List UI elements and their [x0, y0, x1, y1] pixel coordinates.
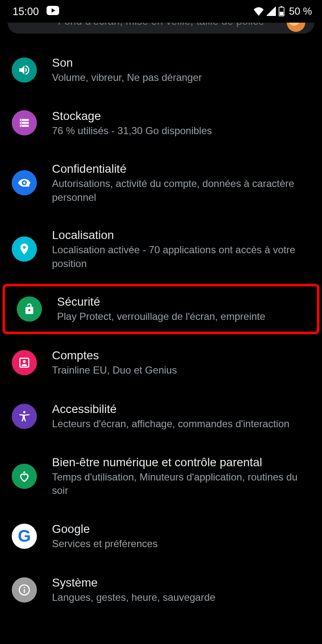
profile-avatar[interactable]	[287, 23, 305, 32]
settings-item-digital-wellbeing[interactable]: Bien-être numérique et contrôle parental…	[0, 443, 322, 509]
settings-item-subtitle: Langues, gestes, heure, sauvegarde	[52, 591, 313, 604]
wellbeing-heart-icon	[12, 464, 37, 489]
settings-item-subtitle: Lecteurs d'écran, affichage, commandes d…	[52, 417, 313, 431]
settings-item-texts: Accessibilité Lecteurs d'écran, affichag…	[52, 402, 313, 431]
settings-item-title: Bien-être numérique et contrôle parental	[52, 455, 313, 470]
settings-item-system[interactable]: Système Langues, gestes, heure, sauvegar…	[0, 563, 322, 617]
settings-item-storage[interactable]: Stockage 76 % utilisés - 31,30 Go dispon…	[0, 96, 322, 150]
svg-rect-23	[24, 589, 25, 593]
svg-point-20	[23, 411, 25, 413]
battery-percentage: 50 %	[289, 5, 312, 17]
svg-point-24	[23, 587, 25, 588]
cell-signal-icon	[267, 7, 276, 16]
settings-item-title: Google	[52, 522, 313, 536]
settings-item-title: Localisation	[52, 228, 313, 242]
highlight-security: Sécurité Play Protect, verrouillage de l…	[3, 284, 319, 334]
settings-item-subtitle: Volume, vibreur, Ne pas déranger	[52, 71, 313, 84]
settings-item-texts: Confidentialité Autorisations, activité …	[52, 161, 313, 204]
settings-item-sound[interactable]: Son Volume, vibreur, Ne pas déranger	[0, 35, 322, 96]
settings-item-texts: Localisation Localisation activée - 70 a…	[52, 228, 313, 270]
account-box-icon	[12, 350, 37, 375]
settings-item-texts: Bien-être numérique et contrôle parental…	[52, 455, 313, 498]
settings-item-texts: Comptes Trainline EU, Duo et Genius	[52, 348, 313, 377]
settings-item-texts: Google Services et préférences	[52, 522, 313, 551]
svg-point-21	[23, 471, 26, 473]
settings-item-subtitle: Temps d'utilisation, Minuteurs d'applica…	[52, 470, 313, 498]
status-time: 15:00	[13, 5, 39, 18]
settings-item-security[interactable]: Sécurité Play Protect, verrouillage de l…	[5, 286, 317, 332]
svg-point-15	[23, 182, 25, 184]
info-icon	[12, 577, 37, 602]
svg-point-19	[23, 360, 26, 363]
battery-icon	[278, 6, 285, 16]
settings-item-subtitle: Trainline EU, Duo et Genius	[52, 364, 313, 377]
privacy-eye-icon	[12, 170, 37, 195]
accessibility-icon	[12, 404, 37, 429]
svg-rect-8	[280, 12, 283, 16]
storage-icon	[12, 110, 37, 135]
settings-item-location[interactable]: Localisation Localisation activée - 70 a…	[0, 216, 322, 282]
settings-item-title: Comptes	[52, 348, 313, 363]
settings-item-title: Système	[52, 575, 313, 590]
search-placeholder-remnant: Fond d'écran, mise en veille, taille de …	[58, 23, 264, 27]
settings-item-accessibility[interactable]: Accessibilité Lecteurs d'écran, affichag…	[0, 390, 322, 443]
wifi-icon	[253, 7, 264, 16]
settings-item-title: Stockage	[52, 109, 313, 123]
google-g-icon: G	[12, 524, 37, 549]
settings-list: Son Volume, vibreur, Ne pas déranger Sto…	[0, 35, 322, 617]
settings-item-privacy[interactable]: Confidentialité Autorisations, activité …	[0, 150, 322, 216]
settings-item-title: Accessibilité	[52, 402, 313, 416]
settings-item-subtitle: 76 % utilisés - 31,30 Go disponibles	[52, 124, 313, 138]
status-left: 15:00	[13, 5, 59, 18]
settings-item-subtitle: Autorisations, activité du compte, donné…	[52, 177, 313, 204]
settings-item-title: Sécurité	[57, 294, 308, 309]
settings-item-texts: Stockage 76 % utilisés - 31,30 Go dispon…	[52, 109, 313, 138]
svg-point-14	[21, 125, 22, 127]
location-pin-icon	[12, 236, 37, 262]
settings-item-texts: Sécurité Play Protect, verrouillage de l…	[57, 294, 308, 323]
settings-item-subtitle: Play Protect, verrouillage de l'écran, e…	[57, 310, 308, 323]
svg-point-13	[21, 122, 22, 124]
settings-item-texts: Son Volume, vibreur, Ne pas déranger	[52, 55, 313, 84]
youtube-icon	[47, 5, 59, 18]
svg-point-12	[21, 119, 22, 121]
settings-item-google[interactable]: G Google Services et préférences	[0, 509, 322, 563]
settings-item-title: Confidentialité	[52, 161, 313, 176]
settings-item-subtitle: Services et préférences	[52, 537, 313, 551]
settings-item-texts: Système Langues, gestes, heure, sauvegar…	[52, 575, 313, 604]
unlock-icon	[17, 296, 42, 322]
status-bar: 15:00 50 %	[0, 0, 322, 23]
settings-item-accounts[interactable]: Comptes Trainline EU, Duo et Genius	[0, 336, 322, 390]
search-bar[interactable]: Fond d'écran, mise en veille, taille de …	[8, 23, 314, 34]
settings-item-subtitle: Localisation activée - 70 applications o…	[52, 243, 313, 270]
volume-icon	[12, 57, 37, 83]
status-right: 50 %	[253, 5, 312, 17]
settings-item-title: Son	[52, 55, 313, 70]
